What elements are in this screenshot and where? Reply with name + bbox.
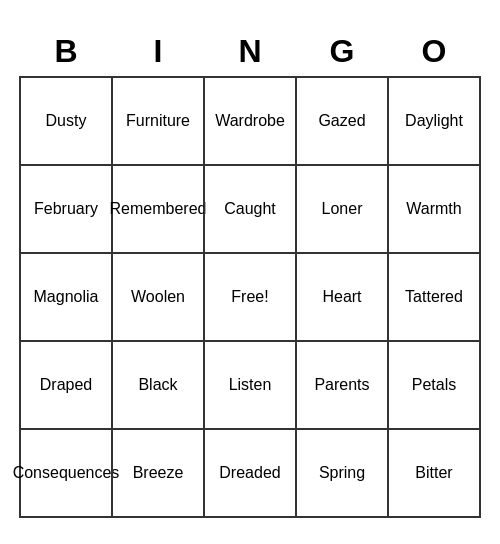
bingo-cell-r0-c3: Gazed — [296, 77, 388, 165]
cell-text-r2-c3: Heart — [322, 287, 361, 306]
header-letter-G: G — [296, 26, 388, 76]
cell-text-r0-c2: Wardrobe — [215, 111, 285, 130]
bingo-cell-r4-c3: Spring — [296, 429, 388, 517]
bingo-cell-r3-c3: Parents — [296, 341, 388, 429]
bingo-cell-r4-c0: Consequences — [20, 429, 112, 517]
bingo-cell-r3-c1: Black — [112, 341, 204, 429]
bingo-cell-r0-c0: Dusty — [20, 77, 112, 165]
bingo-header: BINGO — [20, 26, 480, 76]
bingo-cell-r3-c4: Petals — [388, 341, 480, 429]
bingo-cell-r2-c0: Magnolia — [20, 253, 112, 341]
cell-text-r1-c4: Warmth — [406, 199, 461, 218]
bingo-grid: DustyFurnitureWardrobeGazedDaylightFebru… — [19, 76, 481, 518]
header-letter-I: I — [112, 26, 204, 76]
bingo-cell-r0-c1: Furniture — [112, 77, 204, 165]
cell-text-r0-c1: Furniture — [126, 111, 190, 130]
bingo-cell-r4-c4: Bitter — [388, 429, 480, 517]
bingo-cell-r1-c2: Caught — [204, 165, 296, 253]
bingo-cell-r1-c4: Warmth — [388, 165, 480, 253]
cell-text-r1-c1: Remembered — [110, 199, 207, 218]
bingo-cell-r2-c1: Woolen — [112, 253, 204, 341]
bingo-cell-r1-c0: February — [20, 165, 112, 253]
cell-text-r4-c2: Dreaded — [219, 463, 280, 482]
bingo-cell-r4-c1: Breeze — [112, 429, 204, 517]
cell-text-r2-c1: Woolen — [131, 287, 185, 306]
header-letter-B: B — [20, 26, 112, 76]
cell-text-r3-c3: Parents — [314, 375, 369, 394]
cell-text-r3-c0: Draped — [40, 375, 92, 394]
bingo-cell-r1-c3: Loner — [296, 165, 388, 253]
bingo-cell-r2-c4: Tattered — [388, 253, 480, 341]
bingo-cell-r2-c3: Heart — [296, 253, 388, 341]
bingo-cell-r3-c2: Listen — [204, 341, 296, 429]
cell-text-r0-c3: Gazed — [318, 111, 365, 130]
cell-text-r4-c0: Consequences — [13, 463, 120, 482]
header-letter-O: O — [388, 26, 480, 76]
cell-text-r0-c4: Daylight — [405, 111, 463, 130]
cell-text-r1-c3: Loner — [322, 199, 363, 218]
cell-text-r1-c2: Caught — [224, 199, 276, 218]
cell-text-r4-c1: Breeze — [133, 463, 184, 482]
cell-text-r4-c4: Bitter — [415, 463, 452, 482]
cell-text-r3-c1: Black — [138, 375, 177, 394]
bingo-cell-r0-c2: Wardrobe — [204, 77, 296, 165]
bingo-cell-r1-c1: Remembered — [112, 165, 204, 253]
cell-text-r0-c0: Dusty — [46, 111, 87, 130]
cell-text-r2-c0: Magnolia — [34, 287, 99, 306]
bingo-cell-r2-c2: Free! — [204, 253, 296, 341]
cell-text-r1-c0: February — [34, 199, 98, 218]
bingo-cell-r4-c2: Dreaded — [204, 429, 296, 517]
cell-text-r3-c4: Petals — [412, 375, 456, 394]
cell-text-r3-c2: Listen — [229, 375, 272, 394]
header-letter-N: N — [204, 26, 296, 76]
bingo-cell-r3-c0: Draped — [20, 341, 112, 429]
cell-text-r2-c4: Tattered — [405, 287, 463, 306]
bingo-cell-r0-c4: Daylight — [388, 77, 480, 165]
cell-text-r2-c2: Free! — [231, 287, 268, 306]
cell-text-r4-c3: Spring — [319, 463, 365, 482]
